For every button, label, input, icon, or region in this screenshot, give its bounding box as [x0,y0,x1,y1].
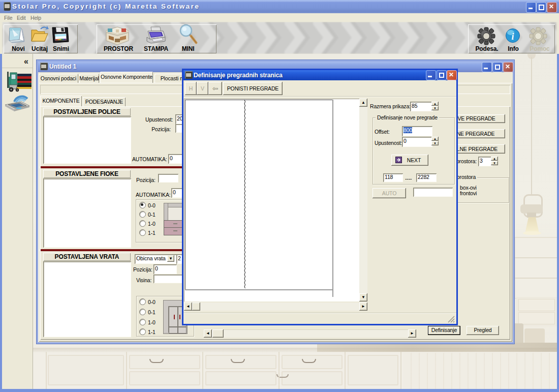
svg-text:i: i [512,32,514,42]
